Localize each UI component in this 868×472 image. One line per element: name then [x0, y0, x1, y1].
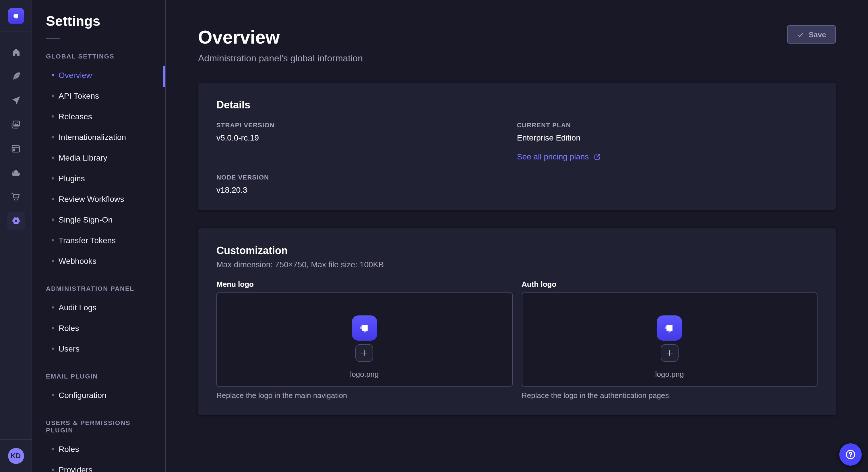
- pricing-plans-link[interactable]: See all pricing plans: [517, 152, 601, 161]
- subnav-item-label: Internationalization: [59, 133, 126, 142]
- auth-logo-filename: logo.png: [655, 370, 684, 379]
- bullet-icon: [52, 448, 54, 450]
- section-administration-panel: ADMINISTRATION PANEL Audit Logs Roles Us…: [32, 285, 165, 359]
- nav-home[interactable]: [4, 40, 28, 64]
- auth-logo-dropzone[interactable]: logo.png: [522, 293, 817, 386]
- subnav-item-label: Users: [59, 344, 80, 353]
- section-email-plugin: EMAIL PLUGIN Configuration: [32, 373, 165, 405]
- field-strapi-version: STRAPI VERSION v5.0.0-rc.19: [216, 122, 517, 143]
- field-label: NODE VERSION: [216, 174, 517, 181]
- subnav-item-label: Configuration: [59, 391, 106, 400]
- strapi-mark-icon: [11, 11, 20, 21]
- title-divider: [46, 38, 60, 39]
- settings-subnav: Settings GLOBAL SETTINGS Overview API To…: [32, 0, 166, 472]
- subnav-item-review-workflows[interactable]: Review Workflows: [32, 189, 165, 209]
- subnav-item-up-providers[interactable]: Providers: [32, 460, 165, 472]
- subnav-item-label: Overview: [59, 71, 92, 80]
- main-nav-rail: KD: [0, 0, 32, 472]
- save-button[interactable]: Save: [787, 25, 836, 43]
- subnav-item-internationalization[interactable]: Internationalization: [32, 127, 165, 147]
- field-value: Enterprise Edition: [517, 133, 817, 143]
- save-button-label: Save: [809, 30, 826, 39]
- field-value: v18.20.3: [216, 185, 517, 195]
- menu-logo-add-button[interactable]: [355, 344, 373, 362]
- subnav-item-overview[interactable]: Overview: [32, 65, 165, 86]
- help-button[interactable]: [839, 443, 862, 466]
- external-link-icon: [594, 153, 601, 160]
- check-icon: [797, 31, 804, 38]
- subnav-item-media-library[interactable]: Media Library: [32, 147, 165, 168]
- bullet-icon: [52, 74, 54, 76]
- bullet-icon: [52, 347, 54, 350]
- subnav-scrollbar-thumb[interactable]: [163, 66, 165, 87]
- field-value: v5.0.0-rc.19: [216, 133, 517, 143]
- nav-cloud[interactable]: [4, 161, 28, 185]
- plus-icon: [665, 349, 674, 357]
- section-header: EMAIL PLUGIN: [32, 373, 165, 380]
- strapi-logo[interactable]: [8, 8, 24, 24]
- feather-icon: [11, 71, 21, 81]
- subnav-item-label: Roles: [59, 324, 79, 333]
- customization-card: Customization Max dimension: 750×750, Ma…: [198, 228, 836, 415]
- pricing-link-label: See all pricing plans: [517, 152, 589, 161]
- subnav-item-label: Releases: [59, 112, 92, 121]
- gear-icon: [10, 215, 22, 227]
- strapi-mark-icon: [662, 321, 677, 336]
- customization-subheading: Max dimension: 750×750, Max file size: 1…: [216, 259, 817, 270]
- plus-icon: [360, 349, 369, 357]
- bullet-icon: [52, 394, 54, 396]
- nav-content[interactable]: [4, 64, 28, 88]
- subnav-item-single-sign-on[interactable]: Single Sign-On: [32, 209, 165, 230]
- auth-logo-label: Auth logo: [522, 280, 817, 289]
- rail-bottom: KD: [0, 439, 32, 472]
- subnav-item-transfer-tokens[interactable]: Transfer Tokens: [32, 230, 165, 250]
- auth-logo-preview: [657, 315, 682, 341]
- menu-logo-dropzone[interactable]: logo.png: [216, 293, 513, 386]
- section-header: GLOBAL SETTINGS: [32, 53, 165, 60]
- subnav-item-email-configuration[interactable]: Configuration: [32, 385, 165, 405]
- subnav-item-api-tokens[interactable]: API Tokens: [32, 86, 165, 106]
- user-avatar[interactable]: KD: [8, 448, 24, 464]
- app-window: KD Settings GLOBAL SETTINGS Overview API…: [0, 0, 868, 472]
- bullet-icon: [52, 306, 54, 308]
- bullet-icon: [52, 157, 54, 159]
- question-mark-icon: [844, 448, 857, 461]
- section-users-permissions-plugin: USERS & PERMISSIONS PLUGIN Roles Provide…: [32, 419, 165, 472]
- field-label: CURRENT PLAN: [517, 122, 817, 129]
- details-heading: Details: [216, 99, 817, 111]
- subnav-item-audit-logs[interactable]: Audit Logs: [32, 297, 165, 318]
- pictures-icon: [10, 119, 21, 130]
- cloud-icon: [10, 167, 21, 178]
- bullet-icon: [52, 95, 54, 97]
- menu-logo-preview: [352, 315, 377, 341]
- page-subtitle: Administration panel’s global informatio…: [198, 52, 836, 64]
- subnav-item-label: Webhooks: [59, 256, 96, 266]
- bullet-icon: [52, 239, 54, 241]
- subnav-item-label: Providers: [59, 465, 92, 472]
- bullet-icon: [52, 327, 54, 329]
- subnav-item-admin-users[interactable]: Users: [32, 338, 165, 359]
- subnav-item-plugins[interactable]: Plugins: [32, 168, 165, 189]
- nav-marketplace[interactable]: [4, 185, 28, 209]
- subnav-item-releases[interactable]: Releases: [32, 106, 165, 127]
- nav-deploy[interactable]: [4, 88, 28, 112]
- strapi-mark-icon: [357, 321, 372, 336]
- auth-logo-add-button[interactable]: [661, 344, 679, 362]
- section-header: ADMINISTRATION PANEL: [32, 285, 165, 293]
- field-label: STRAPI VERSION: [216, 122, 517, 129]
- subnav-item-label: Plugins: [59, 174, 85, 183]
- subnav-item-label: Audit Logs: [59, 303, 96, 312]
- nav-settings[interactable]: [7, 212, 25, 230]
- subnav-item-admin-roles[interactable]: Roles: [32, 318, 165, 338]
- rail-nav: [0, 32, 32, 233]
- subnav-item-label: Review Workflows: [59, 194, 124, 204]
- subnav-item-up-roles[interactable]: Roles: [32, 439, 165, 460]
- bullet-icon: [52, 177, 54, 179]
- section-global-settings: GLOBAL SETTINGS Overview API Tokens Rele…: [32, 53, 165, 271]
- subnav-item-webhooks[interactable]: Webhooks: [32, 250, 165, 271]
- nav-media-library[interactable]: [4, 112, 28, 136]
- nav-content-type-builder[interactable]: [4, 136, 28, 161]
- paper-plane-icon: [11, 95, 21, 105]
- bullet-icon: [52, 198, 54, 200]
- field-node-version: NODE VERSION v18.20.3: [216, 174, 517, 195]
